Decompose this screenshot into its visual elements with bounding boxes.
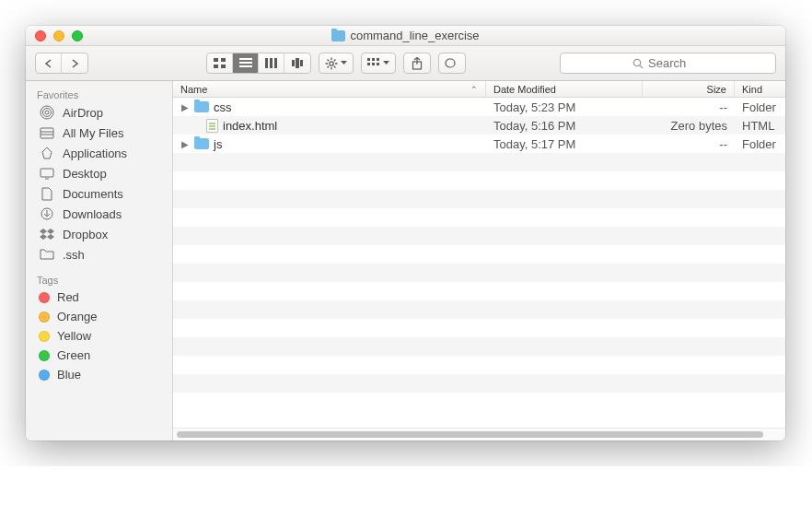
empty-row [173,227,785,245]
svg-point-31 [633,59,640,65]
empty-row [173,319,785,337]
sort-indicator-icon: ⌃ [470,85,478,94]
sidebar-tag-blue[interactable]: Blue [26,365,172,384]
svg-rect-27 [377,63,379,65]
file-row[interactable]: ▶cssToday, 5:23 PM--Folder [173,98,785,116]
scrollbar-thumb[interactable] [177,431,763,438]
file-rows: ▶cssToday, 5:23 PM--Folderindex.htmlToda… [173,98,785,428]
column-header-kind[interactable]: Kind [735,81,785,97]
empty-row [173,245,785,264]
finder-window: command_line_exercise [26,26,785,440]
forward-button[interactable] [62,53,87,73]
search-icon [632,58,644,69]
svg-point-34 [43,109,52,117]
chevron-down-icon [383,61,389,65]
svg-rect-11 [296,58,299,68]
column-view-button[interactable] [259,53,284,73]
action-menu-button[interactable] [319,53,354,74]
column-header-date[interactable]: Date Modified [486,81,643,97]
icon-view-button[interactable] [207,53,233,73]
svg-rect-3 [221,65,226,68]
file-row[interactable]: ▶jsToday, 5:17 PM--Folder [173,135,785,153]
svg-rect-0 [214,58,218,62]
back-button[interactable] [36,53,62,73]
sidebar-item-ssh[interactable]: .ssh [26,244,172,264]
file-date: Today, 5:17 PM [486,137,643,151]
empty-row [173,300,785,319]
list-view-button[interactable] [233,53,259,73]
nav-buttons [35,53,88,74]
search-input[interactable] [648,56,703,70]
tag-icon [445,58,459,68]
sidebar: Favorites AirDrop All My Files Applicati… [26,81,173,440]
tag-dot-icon [39,350,50,361]
sidebar-item-label: Green [57,348,90,362]
tags-button[interactable] [438,53,466,74]
folder-icon [194,138,209,149]
sidebar-item-label: Documents [63,187,123,201]
minimize-button[interactable] [53,30,64,41]
applications-icon [39,146,55,160]
file-name: css [214,100,232,114]
sidebar-item-airdrop[interactable]: AirDrop [26,102,172,123]
sidebar-item-label: Dropbox [63,228,108,241]
downloads-icon [39,206,55,221]
sidebar-item-label: Yellow [57,329,91,343]
file-kind: HTML [735,119,785,133]
sidebar-item-documents[interactable]: Documents [26,183,172,204]
sidebar-item-label: Applications [63,147,127,160]
svg-rect-5 [239,62,252,64]
toolbar [26,46,785,81]
sidebar-tag-yellow[interactable]: Yellow [26,326,172,346]
file-list-pane: Name ⌃ Date Modified Size Kind ▶cssToday… [173,81,785,440]
sidebar-tag-orange[interactable]: Orange [26,307,172,326]
grid-icon [367,58,380,68]
file-kind: Folder [735,137,785,151]
tag-dot-icon [39,292,50,303]
sidebar-item-downloads[interactable]: Downloads [26,204,172,224]
column-header-size[interactable]: Size [643,81,735,97]
svg-line-32 [640,65,643,68]
disclosure-triangle-icon[interactable]: ▶ [180,139,190,149]
column-headers: Name ⌃ Date Modified Size Kind [173,81,785,98]
documents-icon [39,186,55,201]
svg-point-13 [330,61,333,65]
empty-row [173,153,785,171]
file-kind: Folder [735,100,785,114]
search-field[interactable] [560,53,776,74]
sidebar-item-label: All My Files [63,126,123,140]
tag-dot-icon [39,311,50,323]
svg-line-19 [334,65,336,67]
disclosure-triangle-icon[interactable]: ▶ [180,102,190,112]
sidebar-item-applications[interactable]: Applications [26,143,172,163]
window-controls [26,30,83,41]
arrange-menu-button[interactable] [361,53,396,74]
sidebar-item-allfiles[interactable]: All My Files [26,123,172,143]
file-size: Zero bytes [643,119,735,133]
empty-row [173,393,785,411]
sidebar-tag-red[interactable]: Red [26,288,172,307]
tag-dot-icon [39,331,50,342]
sidebar-item-desktop[interactable]: Desktop [26,163,172,183]
horizontal-scrollbar[interactable] [173,428,785,440]
svg-rect-10 [292,60,295,66]
coverflow-view-button[interactable] [284,53,310,73]
sidebar-item-dropbox[interactable]: Dropbox [26,224,172,244]
window-title-text: command_line_exercise [350,29,479,42]
sidebar-item-label: AirDrop [63,106,103,120]
svg-rect-26 [372,63,375,65]
share-button[interactable] [403,53,431,74]
svg-line-20 [334,59,336,61]
column-header-name[interactable]: Name ⌃ [173,81,486,97]
file-row[interactable]: index.htmlToday, 5:16 PMZero bytesHTML [173,116,785,135]
close-button[interactable] [35,30,46,41]
titlebar: command_line_exercise [26,26,785,46]
svg-rect-30 [446,59,455,67]
sidebar-tag-green[interactable]: Green [26,346,172,365]
folder-icon [331,30,345,41]
zoom-button[interactable] [72,30,83,41]
empty-row [173,374,785,393]
file-name: index.html [223,119,277,133]
sidebar-item-label: Orange [57,310,97,323]
view-mode-buttons [206,53,311,74]
